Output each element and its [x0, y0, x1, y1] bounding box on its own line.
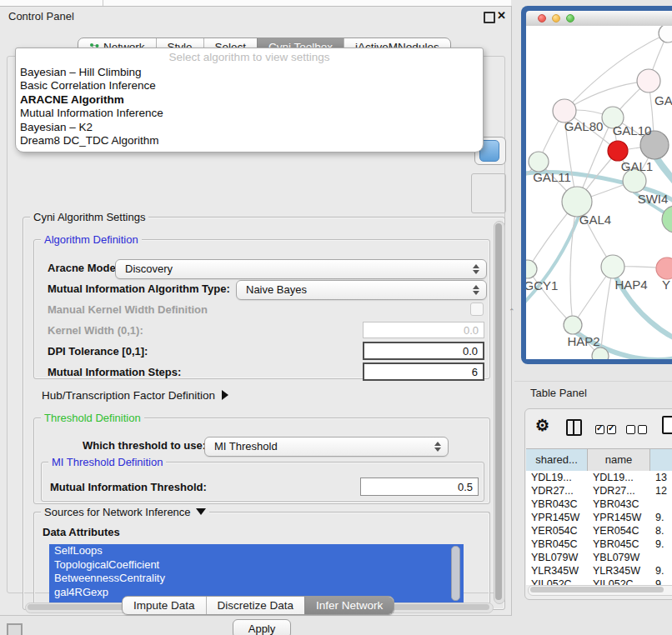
minimize-traffic-light-icon[interactable]	[552, 14, 560, 22]
gear-icon[interactable]: ⚙	[535, 417, 549, 435]
table-row[interactable]: YDL19...YDL19...13	[526, 471, 672, 484]
network-node[interactable]	[662, 206, 672, 232]
attribute-item-selfloops[interactable]: SelfLoops	[49, 544, 464, 558]
aracne-mode-combobox[interactable]: Discovery	[115, 259, 487, 279]
apply-button[interactable]: Apply	[233, 619, 291, 635]
document-icon[interactable]	[662, 416, 672, 434]
table-row[interactable]: YER054CYER054C8.	[526, 524, 672, 538]
table-cell[interactable]	[650, 551, 672, 564]
table-cell[interactable]: YIL052C	[526, 578, 588, 585]
table-cell[interactable]: YBL079W	[588, 551, 650, 564]
mi-steps-field[interactable]	[363, 362, 484, 381]
dropdown-option-mutual-information-inference[interactable]: Mutual Information Inference	[16, 107, 483, 120]
mi-type-value: Naive Bayes	[246, 283, 307, 296]
table-cell[interactable]: YDL19...	[588, 471, 650, 484]
network-canvas[interactable]: GALGAL80GAL10GAL1GAL11SWI4GAL4GCY1HAP4YH…	[526, 26, 672, 359]
mi-threshold-field[interactable]	[360, 478, 479, 496]
table-row[interactable]: YLR345WYLR345W9.	[526, 564, 672, 578]
node-label-swi4: SWI4	[638, 192, 669, 206]
minimized-panel-icon[interactable]	[7, 623, 23, 635]
select-all-columns-icon[interactable]	[595, 422, 619, 438]
table-cell[interactable]: YPR145W	[526, 511, 588, 524]
table-cell[interactable]: YER054C	[526, 524, 588, 538]
kernel-width-field[interactable]	[363, 322, 484, 338]
table-row[interactable]: YBL079WYBL079W	[526, 551, 672, 564]
dropdown-option-basic-correlation-inference[interactable]: Basic Correlation Inference	[16, 79, 483, 92]
table-cell[interactable]: YBR043C	[588, 498, 650, 511]
table-cell[interactable]	[650, 498, 672, 511]
manual-kernel-label: Manual Kernel Width Definition	[48, 303, 208, 316]
table-cell[interactable]: YDR27...	[588, 484, 650, 498]
network-node-hap2[interactable]	[564, 316, 582, 334]
zoom-traffic-light-icon[interactable]	[566, 14, 574, 22]
table-cell[interactable]: 9.	[650, 511, 672, 524]
bottom-tab-impute-data[interactable]: Impute Data	[123, 597, 206, 614]
network-node-gal11[interactable]	[529, 152, 549, 172]
network-window-titlebar[interactable]	[526, 11, 672, 27]
table-cell[interactable]: 9.	[650, 538, 672, 551]
network-node-gcy1[interactable]	[526, 260, 537, 278]
mi-type-label: Mutual Information Algorithm Type:	[48, 282, 230, 295]
table-row[interactable]: YIL052CYIL052C9.	[526, 578, 672, 585]
table-cell[interactable]: 12	[650, 484, 672, 498]
table-cell[interactable]: YPR145W	[588, 511, 650, 524]
table-cell[interactable]: YBL079W	[526, 551, 588, 564]
sources-group-title[interactable]: Sources for Network Inference	[41, 506, 209, 518]
columns-icon[interactable]	[566, 419, 582, 436]
dpi-tolerance-field[interactable]	[363, 342, 484, 360]
table-cell[interactable]: 9.	[650, 578, 672, 585]
dropdown-option-aracne-algorithm[interactable]: ARACNE Algorithm	[16, 93, 483, 107]
network-edge[interactable]	[564, 81, 649, 111]
table-row[interactable]: YBR043CYBR043C	[526, 498, 672, 511]
scrollbar-thumb[interactable]	[495, 223, 502, 600]
network-node-gal[interactable]	[637, 69, 660, 92]
network-node-gal1[interactable]	[608, 141, 628, 161]
table-cell[interactable]: YDR27...	[526, 484, 588, 498]
attribute-item-betweennesscentrality[interactable]: BetweennessCentrality	[49, 572, 464, 586]
bottom-tab-discretize-data[interactable]: Discretize Data	[206, 597, 305, 614]
column-header-2[interactable]	[650, 449, 672, 471]
network-edge[interactable]	[600, 267, 613, 356]
deselect-all-columns-icon[interactable]	[626, 422, 649, 438]
network-node[interactable]	[592, 348, 609, 359]
scrollbar-thumb[interactable]	[530, 587, 664, 592]
table-row[interactable]: YBR045CYBR045C9.	[526, 538, 672, 551]
table-row[interactable]: YPR145WYPR145W9.	[526, 511, 672, 524]
column-header-name[interactable]: name	[588, 449, 650, 471]
table-cell[interactable]: YLR345W	[588, 564, 650, 578]
hub-definition-toggle[interactable]: Hub/Transcription Factor Definition	[42, 389, 228, 402]
dropdown-option-bayesian-hill-climbing[interactable]: Bayesian – Hill Climbing	[16, 66, 483, 79]
close-icon[interactable]: ✕	[497, 9, 506, 22]
mi-type-combobox[interactable]: Naive Bayes	[236, 280, 487, 300]
table-cell[interactable]: YIL052C	[588, 578, 650, 585]
table-cell[interactable]: YER054C	[588, 524, 650, 538]
dropdown-option-dream8-dc-tdc-algorithm[interactable]: Dream8 DC_TDC Algorithm	[16, 134, 483, 148]
table-cell[interactable]: 13	[650, 471, 672, 484]
network-node[interactable]	[659, 26, 672, 42]
table-row[interactable]: YDR27...YDR27...12	[526, 484, 672, 498]
table-cell[interactable]: YDL19...	[526, 471, 588, 484]
manual-kernel-checkbox[interactable]	[470, 302, 484, 316]
settings-vertical-scrollbar[interactable]	[494, 221, 505, 604]
table-cell[interactable]: YLR345W	[526, 564, 588, 578]
application-window: Control Panel ✕ NetworkStyleSelectCyni T…	[0, 0, 672, 635]
attributes-scrollbar[interactable]	[451, 546, 460, 601]
data-attributes-list[interactable]: SelfLoopsTopologicalCoefficientBetweenne…	[49, 544, 464, 602]
bottom-tab-infer-network[interactable]: Infer Network	[304, 597, 394, 614]
float-panel-icon[interactable]	[484, 12, 495, 23]
network-node-y[interactable]	[656, 258, 672, 279]
attribute-item-topologicalcoefficient[interactable]: TopologicalCoefficient	[49, 558, 464, 572]
column-header-shared[interactable]: shared...	[526, 449, 588, 471]
table-cell[interactable]: 8.	[650, 524, 672, 538]
table-horizontal-scrollbar[interactable]	[528, 585, 672, 596]
table-cell[interactable]: YBR045C	[588, 538, 650, 551]
dropdown-option-bayesian-k2[interactable]: Bayesian – K2	[16, 121, 483, 134]
table-cell[interactable]: 9.	[650, 564, 672, 578]
table-cell[interactable]: YBR043C	[526, 498, 588, 511]
node-label-gal10: GAL10	[613, 123, 652, 138]
network-node-hap4[interactable]	[601, 255, 624, 278]
which-threshold-combobox[interactable]: MI Threshold	[204, 437, 449, 457]
close-traffic-light-icon[interactable]	[538, 14, 546, 22]
table-cell[interactable]: YBR045C	[526, 538, 588, 551]
panel-divider-handle[interactable]: ⌃	[509, 308, 515, 316]
